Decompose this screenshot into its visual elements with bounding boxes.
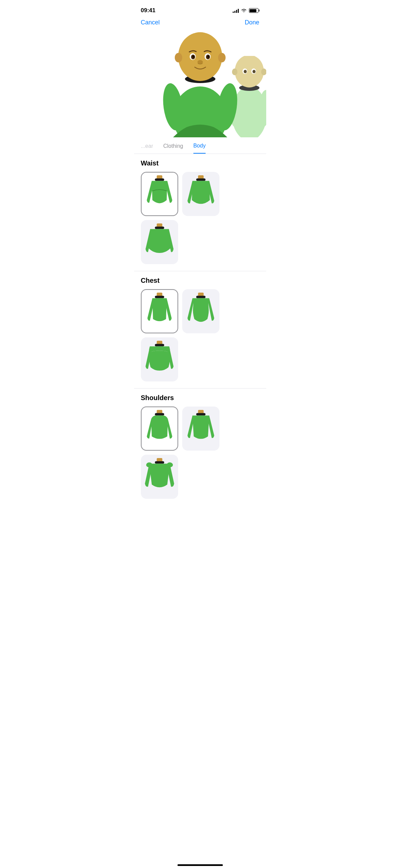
waist-title: Waist: [141, 159, 259, 167]
bottom-spacer: [134, 506, 266, 526]
shoulders-title: Shoulders: [141, 394, 259, 402]
shoulders-options: [141, 407, 259, 499]
chest-title: Chest: [141, 277, 259, 284]
avatar-preview: [134, 30, 266, 139]
svg-point-47: [167, 462, 173, 468]
svg-rect-41: [155, 413, 164, 415]
shoulders-section: Shoulders: [134, 389, 266, 499]
svg-point-13: [192, 56, 194, 58]
nav-bar: Cancel Done: [134, 16, 266, 30]
svg-rect-33: [155, 226, 164, 229]
svg-rect-39: [155, 344, 164, 346]
tab-clothing[interactable]: Clothing: [163, 139, 183, 153]
status-icons: [233, 8, 259, 13]
chest-option-1[interactable]: [141, 289, 178, 333]
battery-icon: [249, 8, 259, 13]
svg-point-46: [146, 462, 152, 468]
wifi-icon: [241, 8, 247, 13]
svg-point-14: [207, 56, 209, 58]
cancel-button[interactable]: Cancel: [141, 19, 160, 26]
svg-rect-35: [155, 296, 164, 298]
done-button[interactable]: Done: [245, 19, 259, 26]
svg-point-7: [175, 53, 182, 62]
svg-rect-43: [196, 413, 206, 415]
svg-rect-31: [196, 178, 206, 181]
svg-rect-29: [155, 178, 164, 181]
waist-option-2[interactable]: [182, 172, 219, 216]
chest-section: Chest: [134, 271, 266, 381]
signal-bars-icon: [233, 8, 239, 13]
svg-point-6: [178, 32, 222, 81]
status-time: 09:41: [141, 7, 155, 14]
chest-option-3[interactable]: [141, 337, 178, 381]
waist-section: Waist: [134, 154, 266, 264]
avatar-main: [153, 32, 248, 139]
sections-container: Waist: [134, 154, 266, 526]
shoulders-option-3[interactable]: [141, 455, 178, 499]
waist-option-3[interactable]: [141, 220, 178, 264]
status-bar: 09:41: [134, 0, 266, 16]
svg-point-27: [252, 70, 255, 73]
tab-body[interactable]: Body: [193, 139, 206, 154]
svg-rect-37: [196, 296, 206, 298]
waist-options: [141, 172, 259, 264]
chest-option-2[interactable]: [182, 289, 219, 333]
svg-rect-45: [155, 461, 164, 463]
shoulders-option-1[interactable]: [141, 407, 178, 451]
svg-point-8: [218, 53, 226, 62]
chest-options: [141, 289, 259, 381]
waist-option-1[interactable]: [141, 172, 178, 216]
tab-headwear[interactable]: ...ear: [141, 139, 153, 153]
shoulders-option-2[interactable]: [182, 407, 219, 451]
tab-nav: ...ear Clothing Body: [134, 139, 266, 154]
